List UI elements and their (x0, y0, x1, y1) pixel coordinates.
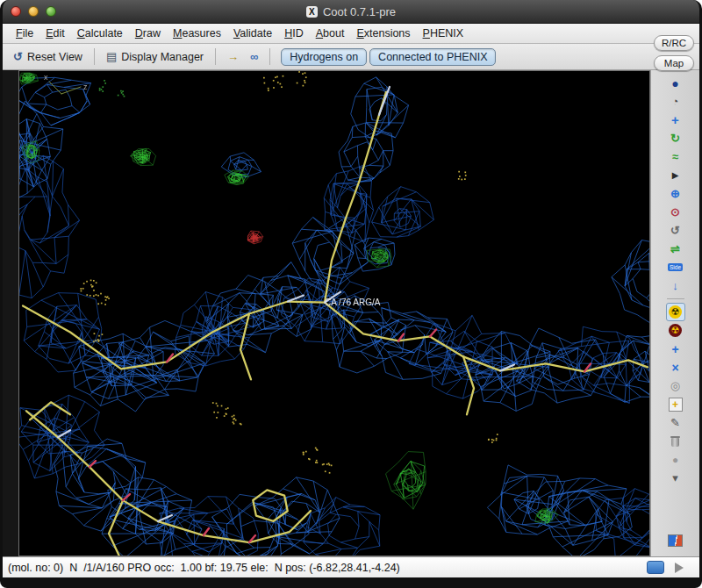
toolbar: ↺ Reset View ▤ Display Manager → ∞ Hydro… (3, 44, 699, 70)
zoom-button[interactable] (46, 6, 56, 17)
toggle-hydrogens-on[interactable]: Hydrogens on (281, 48, 367, 66)
strip-separator (667, 298, 684, 299)
menu-about[interactable]: About (310, 25, 351, 41)
toolbar-toggles: Hydrogens onConnected to PHENIX (278, 48, 496, 66)
window-title: Coot 0.7.1-pre (323, 5, 396, 18)
viewport-canvas[interactable] (19, 71, 649, 556)
label-atom-icon[interactable]: ⊙ (666, 203, 685, 221)
reset-view-button[interactable]: ↺ Reset View (10, 48, 86, 65)
window-title-area: X Coot 0.7.1-pre (3, 0, 699, 23)
screenshot-icon[interactable] (666, 531, 685, 549)
menu-calculate[interactable]: Calculate (71, 25, 129, 41)
translate-view-icon[interactable]: + (666, 111, 685, 129)
trash-icon (670, 435, 680, 447)
menu-hid[interactable]: HID (278, 25, 310, 41)
title-bar: X Coot 0.7.1-pre (3, 0, 699, 24)
toolbar-separator (94, 48, 95, 65)
reset-view-icon: ↺ (13, 50, 23, 63)
display-manager-button[interactable]: ▤ Display Manager (103, 48, 207, 65)
toolbar-separator (269, 48, 270, 65)
display-manager-label: Display Manager (121, 51, 204, 63)
menu-extensions[interactable]: Extensions (350, 25, 416, 41)
side-view-icon[interactable]: Side (666, 258, 685, 276)
scrollbar-thumb[interactable] (647, 561, 664, 574)
traffic-lights (11, 6, 56, 17)
scroll-map-icon[interactable]: ↓ (666, 276, 685, 295)
expander-triangle-icon[interactable] (675, 563, 684, 573)
close-button[interactable] (11, 6, 21, 17)
edit-pencil-icon[interactable]: ✎ (666, 413, 685, 432)
picture-icon (668, 534, 683, 547)
side-button-map[interactable]: Map (654, 55, 694, 71)
undo-symbol-icon[interactable]: ↺ (666, 221, 685, 240)
display-manager-icon: ▤ (106, 50, 117, 63)
menu-measures[interactable]: Measures (167, 25, 227, 41)
right-toolbar: ●◔+↻≈▶⊕⊙↺⇌Side↓ ☢☢+×◎+✎●▾ (650, 70, 699, 556)
menu-bar: FileEditCalculateDrawMeasuresValidateHID… (3, 24, 699, 44)
menu-phenix[interactable]: PHENIX (417, 25, 470, 41)
atom-centre-icon[interactable]: ⊕ (666, 184, 685, 203)
recentre-view-icon[interactable]: ◔ (666, 92, 685, 111)
nav-icon-group: ●◔+↻≈▶⊕⊙↺⇌Side↓ (666, 74, 685, 295)
bottom-icon-slot (666, 531, 685, 549)
rotate-view-icon[interactable]: ↻ (666, 129, 685, 147)
go-to-ligand-button[interactable]: ∞ (247, 48, 261, 65)
torsion-icon[interactable]: ≈ (666, 147, 685, 166)
play-icon[interactable]: ▶ (666, 166, 685, 184)
viewport: CA /76 ARG/A (18, 70, 650, 556)
reset-view-label: Reset View (27, 51, 82, 63)
minimize-button[interactable] (28, 6, 39, 17)
tool-icon-group: ☢☢+×◎+✎●▾ (666, 303, 685, 487)
status-bar: (mol. no: 0) N /1/A/160 PRO occ: 1.00 bf… (3, 556, 699, 577)
side-button-rrc[interactable]: R/RC (654, 35, 694, 51)
add-terminal-residue-icon[interactable]: + (666, 395, 685, 413)
more-tools-icon[interactable]: ▾ (666, 469, 685, 487)
sphere-refine-icon[interactable]: ● (666, 450, 685, 469)
main-area: CA /76 ARG/A ●◔+↻≈▶⊕⊙↺⇌Side↓ ☢☢+×◎+✎●▾ (3, 70, 699, 556)
toolbar-separator (215, 48, 216, 65)
rotate-translate-icon[interactable]: × (666, 358, 685, 376)
menu-edit[interactable]: Edit (39, 25, 71, 41)
auto-fit-rotamer-icon[interactable]: ◎ (666, 376, 685, 395)
go-to-ligand-icon: ∞ (250, 50, 258, 63)
rigid-body-fit-icon[interactable]: + (666, 340, 685, 358)
toggle-connected-to-phenix[interactable]: Connected to PHENIX (369, 48, 496, 66)
menu-draw[interactable]: Draw (129, 25, 167, 41)
go-to-atom-icon: → (227, 50, 239, 63)
status-text: (mol. no: 0) N /1/A/160 PRO occ: 1.00 bf… (8, 562, 647, 574)
real-space-refine-icon[interactable]: ☢ (666, 303, 685, 321)
delete-item-icon[interactable] (666, 432, 685, 450)
go-to-atom-button[interactable]: → (224, 48, 242, 65)
navigation-sphere-icon[interactable]: ● (666, 74, 685, 92)
menu-file[interactable]: File (10, 25, 39, 41)
exchange-maps-icon[interactable]: ⇌ (666, 240, 685, 258)
menu-validate[interactable]: Validate (227, 25, 278, 41)
coot-window: X Coot 0.7.1-pre FileEditCalculateDrawMe… (0, 0, 702, 588)
regularize-icon[interactable]: ☢ (666, 321, 685, 340)
x11-icon: X (306, 6, 318, 18)
